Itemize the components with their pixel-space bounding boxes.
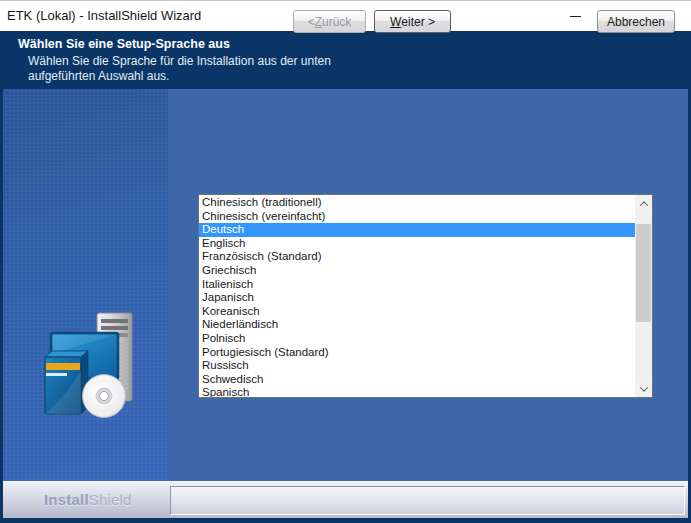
wizard-header: Wählen Sie eine Setup-Sprache aus Wählen… bbox=[0, 31, 691, 89]
language-option[interactable]: Deutsch bbox=[199, 223, 635, 237]
installshield-wizard-window: ETK (Lokal) - InstallShield Wizard ✕ Wäh… bbox=[0, 0, 691, 523]
window-left-edge bbox=[0, 89, 3, 518]
button-panel bbox=[170, 486, 685, 515]
minimize-icon bbox=[570, 16, 581, 17]
page-subtitle-line1: Wählen Sie die Sprache für die Installat… bbox=[28, 54, 331, 68]
back-button[interactable]: < Zurück bbox=[293, 10, 366, 33]
listbox-scrollbar[interactable] bbox=[635, 195, 652, 397]
language-option[interactable]: Italienisch bbox=[199, 278, 635, 292]
scroll-up-button[interactable] bbox=[635, 195, 652, 212]
scrollbar-thumb[interactable] bbox=[636, 224, 651, 322]
cd-disc-icon bbox=[83, 375, 126, 418]
back-label-mnemonic: Z bbox=[315, 15, 322, 29]
language-listbox[interactable]: Chinesisch (traditionell)Chinesisch (ver… bbox=[198, 194, 653, 398]
language-option[interactable]: Portugiesisch (Standard) bbox=[199, 346, 635, 360]
page-subtitle-line2: aufgeführten Auswahl aus. bbox=[28, 69, 169, 83]
language-option[interactable]: Russisch bbox=[199, 359, 635, 373]
back-label-prefix: < bbox=[308, 15, 315, 29]
chevron-up-icon bbox=[639, 201, 647, 209]
next-button[interactable]: Weiter > bbox=[374, 10, 451, 33]
scroll-down-button[interactable] bbox=[635, 380, 652, 397]
wizard-footer: InstallShield bbox=[0, 481, 691, 518]
language-option[interactable]: Chinesisch (traditionell) bbox=[199, 196, 635, 210]
language-option[interactable]: Griechisch bbox=[199, 264, 635, 278]
language-option[interactable]: Japanisch bbox=[199, 291, 635, 305]
brand-bold: Install bbox=[44, 491, 89, 508]
installshield-watermark: InstallShield bbox=[44, 491, 132, 508]
setup-computer-icon bbox=[31, 309, 145, 423]
language-option[interactable]: Französisch (Standard) bbox=[199, 250, 635, 264]
language-option[interactable]: Koreanisch bbox=[199, 305, 635, 319]
page-title: Wählen Sie eine Setup-Sprache aus bbox=[18, 37, 230, 51]
language-option[interactable]: Niederländisch bbox=[199, 318, 635, 332]
cancel-button[interactable]: Abbrechen bbox=[597, 10, 675, 33]
software-box-icon bbox=[45, 351, 88, 414]
next-label-mnemonic: W bbox=[390, 15, 401, 29]
language-option[interactable]: Chinesisch (vereinfacht) bbox=[199, 210, 635, 224]
language-option[interactable]: Schwedisch bbox=[199, 373, 635, 387]
brand-light: Shield bbox=[89, 491, 132, 508]
minimize-button[interactable] bbox=[553, 1, 598, 31]
language-option[interactable]: Spanisch bbox=[199, 386, 635, 397]
wizard-body: Chinesisch (traditionell)Chinesisch (ver… bbox=[0, 89, 691, 481]
listbox-rows: Chinesisch (traditionell)Chinesisch (ver… bbox=[199, 196, 635, 397]
window-title: ETK (Lokal) - InstallShield Wizard bbox=[7, 8, 201, 23]
language-option[interactable]: Englisch bbox=[199, 237, 635, 251]
chevron-down-icon bbox=[639, 383, 647, 391]
window-bottom-edge bbox=[0, 518, 691, 523]
next-label-rest: eiter > bbox=[401, 15, 435, 29]
language-option[interactable]: Polnisch bbox=[199, 332, 635, 346]
back-label-rest: urück bbox=[322, 15, 351, 29]
